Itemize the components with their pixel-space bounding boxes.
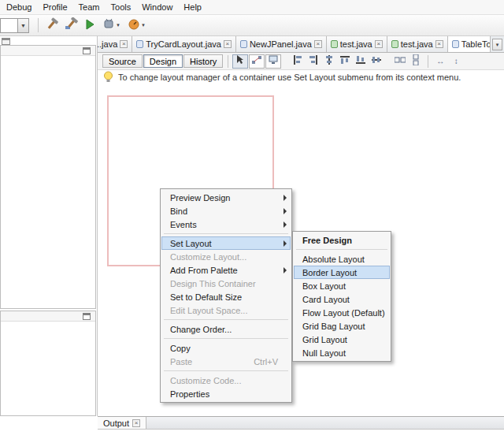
same-size-vertical-button[interactable] [408,54,424,69]
selection-mode-button[interactable] [232,54,248,69]
align-left-button[interactable] [290,54,306,69]
center-horizontal-button[interactable] [321,54,337,69]
configuration-combobox[interactable]: ▼ [0,18,29,33]
context-menu-item-add-from-palette[interactable]: Add From Palette [161,263,291,277]
context-menu: Preview Design Bind Events Set Layout Cu… [160,188,292,403]
context-menu-item-set-to-default-size[interactable]: Set to Default Size [161,290,291,303]
submenu-item-box-layout[interactable]: Box Layout [294,279,390,292]
test-file-icon [331,40,338,48]
java-file-icon [136,40,143,48]
menu-item-label: Add From Palette [170,266,238,275]
dropdown-arrow-icon[interactable]: ▼ [141,23,146,28]
context-menu-item-change-order[interactable]: Change Order... [161,322,291,336]
tab-label: TryCardLayout.java [146,39,221,49]
run-icon [83,18,96,33]
submenu-item-flow-layout[interactable]: Flow Layout (Default) [294,306,390,319]
submenu-arrow-icon [284,195,287,201]
tab-label: ..java [98,39,117,49]
center-vertical-icon [372,55,381,67]
left-panel-top [0,45,96,309]
editor-tab[interactable]: TryCardLayout.java × [132,36,236,52]
editor-tab[interactable]: ..java × [98,36,132,52]
tab-label: test.java [401,39,433,49]
center-horizontal-icon [324,55,334,67]
left-panel-top-header[interactable] [1,46,95,56]
auto-resize-horizontal-button[interactable]: ↔ [432,54,448,69]
submenu-item-border-layout[interactable]: Border Layout [294,266,390,279]
clean-build-project-button[interactable] [61,17,80,35]
editor-tab[interactable]: test.java × [387,36,448,52]
menu-item-label: Box Layout [302,281,346,291]
center-vertical-button[interactable] [369,54,384,69]
align-right-icon [309,55,318,67]
context-menu-item-set-layout[interactable]: Set Layout [161,236,291,250]
submenu-item-card-layout[interactable]: Card Layout [294,292,390,306]
preview-design-icon [269,55,278,67]
context-menu-item-events[interactable]: Events [161,218,291,231]
menu-item-label: Change Order... [170,325,232,334]
menu-item-label: Free Design [302,236,352,245]
profile-project-button[interactable]: ▼ [124,17,150,35]
submenu-item-grid-layout[interactable]: Grid Layout [294,333,390,346]
same-size-vertical-icon [411,54,421,68]
context-menu-item-edit-layout-space: Edit Layout Space... [161,303,291,317]
menu-help[interactable]: Help [178,1,207,13]
hint-text: To change layout manager of a container … [118,73,461,82]
preview-design-button[interactable] [265,54,281,69]
editor-tab[interactable]: test.java × [327,36,387,52]
same-size-horizontal-icon [395,55,406,67]
toolbar-separator [428,55,428,68]
menu-item-label: Events [170,220,197,229]
tab-list-button[interactable]: ▾ [492,39,502,50]
design-view-button[interactable]: Design [143,54,183,68]
menu-window[interactable]: Window [136,1,178,13]
combo-dropdown-icon[interactable]: ▼ [17,18,29,33]
left-panel-bottom [0,311,96,416]
submenu-item-absolute-layout[interactable]: Absolute Layout [294,252,390,266]
close-icon[interactable]: × [224,40,232,48]
align-bottom-button[interactable] [353,54,369,69]
menu-profile[interactable]: Profile [37,1,72,13]
profile-icon [128,18,140,32]
context-menu-item-preview-design[interactable]: Preview Design [161,191,291,204]
editor-tab[interactable]: NewJPanel.java × [236,36,327,52]
menu-team[interactable]: Team [73,1,106,13]
left-panel-bottom-header[interactable] [1,311,95,322]
submenu-item-grid-bag-layout[interactable]: Grid Bag Layout [294,319,390,333]
close-icon[interactable]: × [120,40,128,48]
menu-tools[interactable]: Tools [106,1,137,13]
auto-resize-vertical-button[interactable]: ↕ [448,54,464,69]
context-menu-item-bind[interactable]: Bind [161,204,291,218]
submenu-arrow-icon [284,267,287,273]
context-menu-item-copy[interactable]: Copy [161,341,291,355]
align-top-button[interactable] [337,54,353,69]
align-right-button[interactable] [306,54,321,69]
minimized-window-button[interactable] [2,38,10,45]
menu-item-label: Customize Code... [170,376,241,385]
submenu-item-null-layout[interactable]: Null Layout [294,346,390,359]
lightbulb-icon [103,71,113,84]
close-icon[interactable]: × [375,40,383,48]
build-project-button[interactable] [43,17,61,35]
submenu-item-free-design[interactable]: Free Design [294,233,390,247]
close-icon[interactable]: × [435,40,443,48]
output-tab[interactable]: Output × [98,417,146,429]
context-menu-item-properties[interactable]: Properties [161,387,291,400]
debug-project-button[interactable]: ▼ [99,17,124,35]
float-window-icon[interactable] [83,313,91,320]
run-project-button[interactable] [80,17,99,35]
menu-debug[interactable]: Debug [1,1,37,13]
dropdown-arrow-icon[interactable]: ▼ [116,23,120,28]
source-view-button[interactable]: Source [102,54,143,68]
close-icon[interactable]: × [132,419,140,427]
toolbar-separator [228,55,228,68]
history-view-button[interactable]: History [183,54,223,68]
close-icon[interactable]: × [314,40,322,48]
context-menu-item-paste: Paste Ctrl+V [161,355,291,368]
menu-item-label: Design This Container [170,279,256,288]
menu-item-label: Absolute Layout [302,255,365,264]
menu-item-label: Copy [170,344,191,353]
float-window-icon[interactable] [83,47,91,54]
same-size-horizontal-button[interactable] [392,54,408,69]
connection-mode-button[interactable] [249,54,265,69]
